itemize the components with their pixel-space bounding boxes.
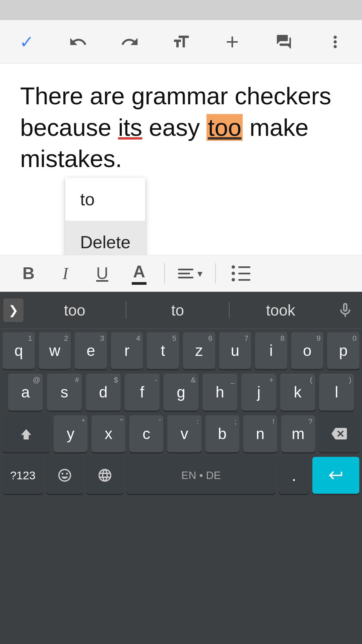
font-color-button[interactable]: A [124, 258, 154, 288]
list-dot [232, 265, 235, 269]
shift-key[interactable] [3, 415, 50, 452]
key-g[interactable]: &g [164, 374, 198, 411]
key-s[interactable]: #s [47, 374, 82, 411]
numbers-key[interactable]: ?123 [3, 457, 43, 494]
add-button[interactable] [219, 29, 246, 55]
list-dot [232, 278, 235, 281]
key-n[interactable]: !n [243, 415, 277, 452]
period-key[interactable]: . [279, 457, 309, 494]
bold-button[interactable]: B [13, 258, 44, 288]
key-z[interactable]: 6z [183, 332, 215, 369]
popup-item-to[interactable]: to [65, 178, 145, 221]
suggestions-list: too to took [23, 301, 332, 319]
key-row-3: *y "x 'c :v ;b !n ?m [3, 415, 359, 452]
redo-button[interactable] [116, 29, 143, 55]
status-bar [0, 0, 362, 20]
backspace-key[interactable] [319, 415, 359, 452]
formatting-toolbar: B I U A ▾ [0, 255, 362, 292]
list-bar [238, 273, 250, 274]
globe-key[interactable] [86, 457, 123, 494]
align-line [178, 277, 193, 278]
key-c[interactable]: 'c [129, 415, 163, 452]
key-a[interactable]: @a [8, 374, 43, 411]
key-k[interactable]: (k [280, 374, 315, 411]
suggestion-took[interactable]: took [230, 301, 332, 319]
key-b[interactable]: ;b [205, 415, 239, 452]
suggestions-expand-button[interactable]: ❯ [3, 299, 23, 322]
key-x[interactable]: "x [92, 415, 125, 452]
keyboard-area: ❯ too to took 1q 2w 3e 4r 5t 6z 7u 8i 9o… [0, 292, 362, 644]
document-text[interactable]: There are grammar checkers because its e… [20, 80, 342, 175]
key-o[interactable]: 9o [291, 332, 323, 369]
key-f[interactable]: -f [125, 374, 160, 411]
word-its[interactable]: its [118, 114, 142, 141]
list-line [232, 272, 250, 275]
check-button[interactable]: ✓ [13, 29, 40, 55]
document-area: There are grammar checkers because its e… [0, 64, 362, 255]
align-button[interactable]: ▾ [175, 258, 205, 288]
key-row-2: @a #s $d -f &g _h +j (k )l [3, 374, 359, 411]
key-e[interactable]: 3e [75, 332, 107, 369]
list-line [232, 265, 250, 269]
list-button[interactable] [226, 258, 256, 288]
emoji-key[interactable] [46, 457, 83, 494]
divider-1 [164, 263, 165, 283]
list-line [232, 278, 250, 281]
popup-item-delete[interactable]: Delete [65, 221, 145, 255]
list-dot [232, 272, 235, 275]
font-color-bar [132, 282, 146, 285]
comment-button[interactable] [270, 29, 297, 55]
word-too[interactable]: too [206, 114, 243, 141]
suggestion-too[interactable]: too [23, 301, 126, 319]
enter-key[interactable] [312, 457, 359, 494]
key-j[interactable]: +j [241, 374, 276, 411]
key-y[interactable]: *y [54, 415, 87, 452]
key-r[interactable]: 4r [111, 332, 143, 369]
suggestion-popup: to Delete [65, 178, 145, 255]
mic-button[interactable] [332, 297, 359, 324]
key-row-4: ?123 EN • DE . [3, 457, 359, 494]
divider-2 [215, 263, 216, 283]
key-row-1: 1q 2w 3e 4r 5t 6z 7u 8i 9o 0p [3, 332, 359, 369]
align-line [178, 269, 193, 270]
align-line [178, 273, 190, 274]
toolbar: ✓ [0, 20, 362, 64]
suggestions-row: ❯ too to took [0, 292, 362, 329]
italic-button[interactable]: I [50, 258, 80, 288]
key-d[interactable]: $d [86, 374, 121, 411]
text-part2: easy [142, 114, 206, 141]
undo-button[interactable] [65, 29, 92, 55]
list-bar [238, 279, 250, 281]
font-button[interactable] [168, 29, 194, 55]
key-w[interactable]: 2w [39, 332, 71, 369]
key-q[interactable]: 1q [3, 332, 35, 369]
key-h[interactable]: _h [202, 374, 237, 411]
underline-button[interactable]: U [87, 258, 117, 288]
list-bar [238, 266, 250, 268]
key-i[interactable]: 8i [255, 332, 287, 369]
key-u[interactable]: 7u [219, 332, 251, 369]
key-t[interactable]: 5t [147, 332, 179, 369]
space-key[interactable]: EN • DE [127, 457, 276, 494]
keys-area: 1q 2w 3e 4r 5t 6z 7u 8i 9o 0p @a #s $d -… [0, 329, 362, 502]
key-m[interactable]: ?m [281, 415, 315, 452]
suggestion-to[interactable]: to [126, 301, 229, 319]
key-p[interactable]: 0p [327, 332, 359, 369]
key-v[interactable]: :v [167, 415, 201, 452]
key-l[interactable]: )l [319, 374, 354, 411]
more-button[interactable] [322, 29, 349, 55]
